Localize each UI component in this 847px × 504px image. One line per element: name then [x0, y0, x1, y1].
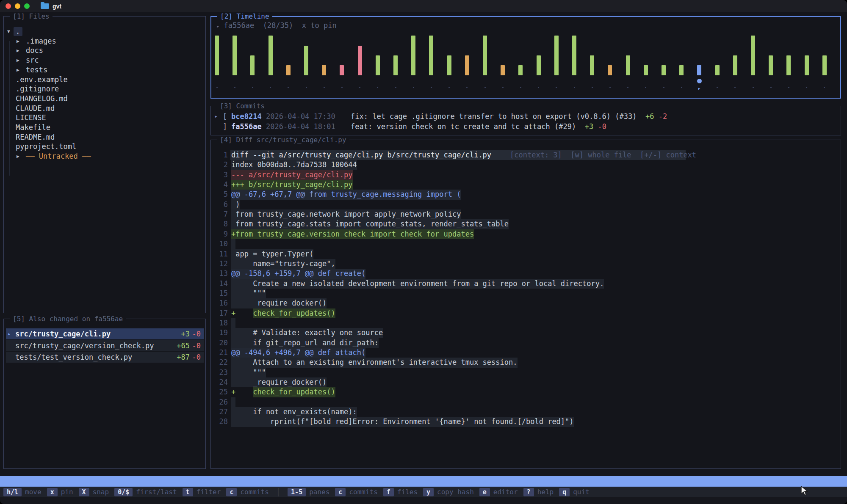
help-key-pin[interactable]: x	[47, 488, 58, 496]
file-tree-item[interactable]: CHANGELOG.md	[4, 94, 205, 104]
timeline-commit-bar[interactable]	[322, 65, 326, 75]
timeline-commit-bar[interactable]	[501, 65, 505, 75]
timeline-commit-bar[interactable]	[608, 65, 612, 75]
diff-context-text: Attach to an existing environment's inte…	[231, 358, 518, 367]
help-key-first-last[interactable]: 0/$	[114, 488, 133, 496]
diff-line: 21@@ -494,6 +496,7 @@ def attach(	[211, 348, 841, 358]
timeline-commit-bar[interactable]	[733, 55, 737, 75]
minimize-button[interactable]	[15, 3, 20, 9]
also-changed-row[interactable]: tests/test_version_check.py+87-0	[6, 352, 204, 363]
timeline-dot	[324, 87, 325, 88]
timeline-dot	[270, 87, 271, 88]
file-tree-item[interactable]: README.md	[4, 132, 205, 142]
diff-line-number: 8	[213, 219, 228, 229]
file-tree-item[interactable]: ▼.	[4, 27, 205, 36]
also-changed-row[interactable]: ▸src/trusty_cage/cli.py+3-0	[6, 328, 204, 339]
timeline-dot	[770, 87, 772, 88]
timeline-commit-bar[interactable]	[751, 36, 755, 75]
timeline-commit-bar[interactable]	[340, 65, 344, 75]
help-label: editor	[493, 488, 518, 496]
file-tree-item[interactable]: pyproject.toml	[4, 142, 205, 151]
file-tree-item[interactable]: ▶── Untracked ──	[4, 151, 205, 161]
timeline-commit-bar[interactable]	[715, 65, 720, 75]
file-tree-item[interactable]: .env.example	[4, 75, 205, 85]
file-tree-item[interactable]: CLAUDE.md	[4, 104, 205, 113]
timeline-commit-bar[interactable]	[822, 55, 827, 75]
timeline-commit-bar[interactable]	[626, 55, 630, 75]
also-changed-panel: [5] Also changed on fa556ae ▸src/trusty_…	[3, 319, 206, 469]
help-key-editor[interactable]: e	[479, 488, 490, 496]
timeline-dot	[448, 87, 450, 88]
diff-context-text	[231, 318, 235, 328]
timeline-commit-bar[interactable]	[554, 36, 559, 75]
help-label: help	[537, 488, 554, 496]
timeline-commit-bar[interactable]	[304, 46, 308, 75]
timeline-commit-bar[interactable]	[679, 65, 684, 75]
help-key-panes[interactable]: 1-5	[288, 488, 306, 496]
timeline-commit-bar[interactable]	[250, 55, 255, 75]
timeline-commit-bar[interactable]	[786, 55, 791, 75]
close-button[interactable]	[6, 3, 11, 9]
diff-context-text: name="trusty-cage",	[231, 259, 335, 269]
help-key-files[interactable]: f	[383, 488, 394, 496]
file-tree-label: ── Untracked ──	[26, 151, 91, 161]
timeline-commit-bar[interactable]	[376, 55, 380, 75]
timeline-commit-bar[interactable]	[358, 46, 362, 75]
diff-line: 14 Create a new isolated development env…	[211, 279, 841, 289]
diff-line-text: if not env_exists(name):	[231, 407, 357, 417]
diff-line: 25+ check_for_updates()	[211, 387, 841, 397]
app-window: gvt [1] Files ▼.▶.images▶docs▶src▶tests.…	[0, 0, 847, 504]
help-key-quit[interactable]: q	[559, 488, 570, 496]
timeline-commit-bar[interactable]	[268, 36, 273, 75]
diff-line-text: @@ -494,6 +496,7 @@ def attach(	[231, 348, 365, 358]
file-added-count: +3	[181, 328, 190, 339]
diff-context-text: # Validate: exactly one source	[231, 328, 383, 338]
also-changed-row[interactable]: src/trusty_cage/version_check.py+65-0	[6, 340, 204, 351]
file-tree-item[interactable]: Makefile	[4, 123, 205, 132]
file-tree-item[interactable]: .gitignore	[4, 84, 205, 94]
timeline-commit-bar[interactable]	[411, 36, 415, 75]
help-key-help[interactable]: ?	[523, 488, 534, 496]
timeline-commit-bar[interactable]	[537, 55, 541, 75]
help-key-filter[interactable]: t	[183, 488, 193, 496]
timeline-commit-bar[interactable]	[483, 36, 487, 75]
timeline-commit-bar[interactable]	[644, 65, 648, 75]
timeline-commit-bar[interactable]	[518, 65, 523, 75]
diff-line-number: 10	[213, 239, 228, 249]
timeline-commit-bar[interactable]	[429, 36, 433, 75]
timeline-commit-bar[interactable]	[447, 55, 451, 75]
timeline-commit-bar[interactable]	[465, 55, 469, 75]
commit-row[interactable]: ]fa556ae2026-04-04 18:01feat: version ch…	[211, 121, 841, 132]
maximize-button[interactable]	[24, 3, 30, 9]
changed-file-path: src/trusty_cage/version_check.py	[15, 340, 154, 351]
diff-line-number: 25	[213, 387, 228, 397]
timeline-commit-bar[interactable]	[805, 55, 809, 75]
help-key-commits[interactable]: c	[226, 488, 237, 496]
timeline-commit-bar[interactable]	[286, 65, 291, 75]
diff-added-text: +++ b/src/trusty_cage/cli.py	[231, 180, 353, 190]
file-tree-item[interactable]: LICENSE	[4, 113, 205, 123]
file-tree-item[interactable]: ▶src	[4, 55, 205, 65]
file-added-count: +87	[177, 352, 190, 363]
timeline-commit-bar[interactable]	[697, 65, 701, 75]
help-key-snap[interactable]: X	[79, 488, 89, 496]
chevron-right-icon: ▶	[17, 36, 19, 46]
diff-context-controls[interactable]: [context: 3] [w] whole file [+/-] contex…	[510, 150, 696, 160]
timeline-commit-bar[interactable]	[662, 65, 666, 75]
help-label: quit	[573, 488, 590, 496]
commit-row[interactable]: ▸[bce82142026-04-04 17:30fix: let cage .…	[211, 111, 841, 121]
timeline-commit-bar[interactable]	[233, 36, 237, 75]
help-key-copy-hash[interactable]: y	[423, 488, 434, 496]
timeline-commit-bar[interactable]	[769, 55, 773, 75]
file-tree-item[interactable]: ▶tests	[4, 65, 205, 75]
timeline-commit-bar[interactable]	[590, 55, 594, 75]
help-key-commits[interactable]: c	[335, 488, 346, 496]
timeline-commit-bar[interactable]	[215, 36, 219, 75]
file-tree-item[interactable]: ▶docs	[4, 46, 205, 55]
diff-line-text: # Validate: exactly one source	[231, 328, 383, 338]
diff-line-number: 17	[213, 308, 228, 318]
file-tree-item[interactable]: ▶.images	[4, 36, 205, 46]
timeline-commit-bar[interactable]	[572, 36, 576, 75]
timeline-commit-bar[interactable]	[393, 55, 398, 75]
help-key-move[interactable]: h/l	[3, 488, 22, 496]
